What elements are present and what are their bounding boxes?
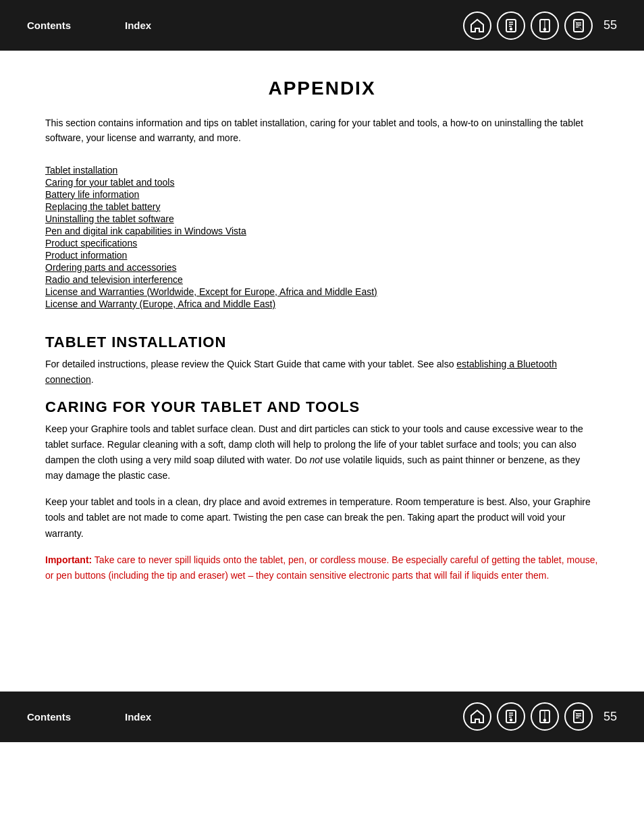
bluetooth-link[interactable]: establishing a Bluetooth connection xyxy=(45,359,557,385)
contents-link[interactable]: Contents xyxy=(27,20,71,31)
svg-point-1 xyxy=(510,28,512,29)
top-nav-icons: 55 xyxy=(463,11,617,40)
bottom-page-number: 55 xyxy=(603,710,617,724)
important-label: Important: xyxy=(45,554,92,565)
toc-item-7[interactable]: Product specifications xyxy=(45,238,599,249)
bottom-tablet-icon-3[interactable] xyxy=(564,702,593,731)
svg-point-20 xyxy=(544,720,545,721)
toc-item-1[interactable]: Tablet installation xyxy=(45,165,599,176)
section2-body1: Keep your Graphire tools and tablet surf… xyxy=(45,421,599,484)
toc-item-12[interactable]: License and Warranty (Europe, Africa and… xyxy=(45,298,599,309)
bottom-tablet-icon-1[interactable] xyxy=(497,702,525,731)
toc-item-3[interactable]: Battery life information xyxy=(45,189,599,200)
bottom-home-icon[interactable] xyxy=(463,702,491,731)
toc-item-4[interactable]: Replacing the tablet battery xyxy=(45,201,599,212)
toc-item-5[interactable]: Uninstalling the tablet software xyxy=(45,213,599,224)
svg-point-14 xyxy=(510,719,512,721)
home-icon[interactable] xyxy=(463,11,491,40)
section1-body: For detailed instructions, please review… xyxy=(45,357,599,388)
tablet-icon-3[interactable] xyxy=(564,11,593,40)
bottom-nav-icons: 55 xyxy=(463,702,617,731)
bottom-spacer xyxy=(45,583,599,664)
toc-item-9[interactable]: Ordering parts and accessories xyxy=(45,262,599,273)
index-link[interactable]: Index xyxy=(125,20,151,31)
important-warning: Important: Take care to never spill liqu… xyxy=(45,552,599,583)
page-title: APPENDIX xyxy=(45,78,599,99)
top-page-number: 55 xyxy=(603,18,617,32)
intro-text: This section contains information and ti… xyxy=(45,115,599,146)
svg-line-25 xyxy=(574,710,583,723)
toc-item-10[interactable]: Radio and television interference xyxy=(45,274,599,285)
important-text: Take care to never spill liquids onto th… xyxy=(45,554,597,581)
bottom-nav-links: Contents Index xyxy=(27,711,151,723)
svg-line-12 xyxy=(574,20,583,32)
toc-item-2[interactable]: Caring for your tablet and tools xyxy=(45,177,599,188)
bottom-tablet-icon-2[interactable] xyxy=(531,702,559,731)
toc-item-11[interactable]: License and Warranties (Worldwide, Excep… xyxy=(45,286,599,297)
bottom-nav-bar: Contents Index xyxy=(0,692,644,742)
tablet-icon-1[interactable] xyxy=(497,11,525,40)
toc-item-8[interactable]: Product information xyxy=(45,250,599,261)
section2-body2: Keep your tablet and tools in a clean, d… xyxy=(45,494,599,541)
svg-point-7 xyxy=(544,28,545,30)
main-content: APPENDIX This section contains informati… xyxy=(0,51,644,692)
bottom-contents-link[interactable]: Contents xyxy=(27,711,71,723)
bottom-index-link[interactable]: Index xyxy=(125,711,151,723)
section1-title: TABLET INSTALLATION xyxy=(45,334,599,351)
table-of-contents: Tablet installation Caring for your tabl… xyxy=(45,165,599,309)
top-nav-links: Contents Index xyxy=(27,20,151,31)
tablet-icon-2[interactable] xyxy=(531,11,559,40)
top-nav-bar: Contents Index xyxy=(0,0,644,51)
toc-item-6[interactable]: Pen and digital ink capabilities in Wind… xyxy=(45,226,599,236)
section2-title: CARING FOR YOUR TABLET AND TOOLS xyxy=(45,398,599,416)
